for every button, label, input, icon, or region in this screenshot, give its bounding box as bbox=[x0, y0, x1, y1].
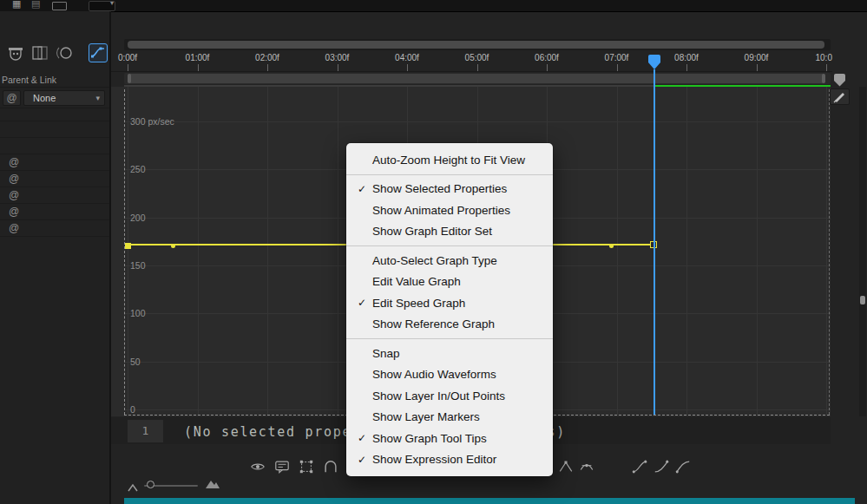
pick-whip-icon[interactable]: @ bbox=[3, 90, 21, 106]
y-axis-label: 150 bbox=[130, 260, 146, 271]
checkmark-icon: ✓ bbox=[354, 183, 370, 195]
pick-whip-icon[interactable]: @ bbox=[9, 204, 23, 219]
ruler-label: 09:00f bbox=[745, 53, 769, 62]
menu-item-edit-value-graph[interactable]: Edit Value Graph bbox=[346, 272, 553, 293]
divider bbox=[0, 108, 109, 108]
graph-editor-context-menu: Auto-Zoom Height to Fit View✓Show Select… bbox=[346, 143, 553, 476]
toolbar-box-icon[interactable] bbox=[52, 2, 67, 10]
motion-blur-icon[interactable] bbox=[56, 44, 73, 62]
work-area-start-handle[interactable] bbox=[128, 74, 131, 83]
ruler-label: 01:00f bbox=[186, 53, 210, 62]
parent-link-header: Parent & Link bbox=[2, 75, 106, 86]
graph-left-boundary bbox=[124, 89, 125, 415]
easy-ease-icon[interactable] bbox=[632, 459, 647, 475]
menu-item-edit-speed-graph[interactable]: ✓Edit Speed Graph bbox=[346, 292, 553, 314]
menu-item-label: Show Reference Graph bbox=[372, 317, 495, 331]
work-area-end-handle[interactable] bbox=[822, 74, 825, 83]
y-axis-label: 300 px/sec bbox=[130, 116, 174, 127]
menu-item-show-animated-properties[interactable]: Show Animated Properties bbox=[346, 200, 553, 221]
menu-item-label: Show Selected Properties bbox=[372, 182, 507, 195]
quill-icon bbox=[831, 89, 849, 104]
snap-icon[interactable] bbox=[323, 459, 338, 475]
easy-ease-out-icon[interactable] bbox=[675, 459, 691, 475]
y-axis-label: 50 bbox=[130, 357, 141, 367]
ruler-label: 03:00f bbox=[325, 53, 350, 62]
menu-item-show-reference-graph[interactable]: Show Reference Graph bbox=[346, 314, 553, 336]
pick-whip-icon[interactable]: @ bbox=[9, 154, 23, 170]
ruler-tick bbox=[617, 64, 618, 71]
choose-graph-type-icon[interactable] bbox=[274, 459, 290, 475]
menu-item-show-audio-waveforms[interactable]: Show Audio Waveforms bbox=[346, 364, 553, 386]
menu-item-show-graph-tool-tips[interactable]: ✓Show Graph Tool Tips bbox=[346, 428, 553, 449]
influence-handle[interactable] bbox=[171, 244, 175, 248]
grid-line-vertical bbox=[686, 87, 687, 415]
pick-whip-icon[interactable]: @ bbox=[9, 187, 23, 203]
ruler-tick bbox=[547, 64, 548, 71]
cropped-top-toolbar: ▦ ▤ ▾ bbox=[0, 0, 867, 12]
menu-item-show-expression-editor[interactable]: ✓Show Expression Editor bbox=[346, 449, 553, 471]
menu-item-label: Show Audio Waveforms bbox=[372, 368, 496, 381]
grid-line-vertical bbox=[338, 87, 338, 415]
keyframe[interactable] bbox=[125, 243, 131, 249]
grid-view-icon[interactable]: ▦ bbox=[12, 0, 21, 10]
easy-ease-in-icon[interactable] bbox=[654, 459, 669, 475]
y-axis-label: 200 bbox=[130, 213, 146, 223]
ruler-tick bbox=[407, 64, 408, 71]
grid-line-horizontal bbox=[124, 121, 831, 122]
menu-separator bbox=[346, 338, 553, 339]
parent-dropdown[interactable]: None ▾ bbox=[23, 90, 105, 106]
divider bbox=[0, 87, 109, 88]
menu-item-label: Show Animated Properties bbox=[372, 204, 510, 217]
menu-item-auto-select-graph-type[interactable]: Auto-Select Graph Type bbox=[346, 250, 553, 272]
graph-editor-button[interactable] bbox=[89, 43, 108, 62]
chevron-down-icon: ▾ bbox=[110, 0, 114, 7]
zoom-slider-handle[interactable] bbox=[147, 481, 154, 488]
grid-line-vertical bbox=[757, 87, 758, 415]
choose-properties-icon[interactable] bbox=[250, 459, 266, 475]
vertical-scrollbar[interactable] bbox=[859, 87, 866, 416]
timeline-scrollbar-handle[interactable] bbox=[128, 41, 824, 49]
pick-whip-icon[interactable]: @ bbox=[9, 220, 23, 236]
menu-item-label: Show Layer In/Out Points bbox=[372, 389, 505, 403]
ruler-label: 06:00f bbox=[535, 53, 559, 62]
menu-item-snap[interactable]: Snap bbox=[346, 343, 553, 364]
comp-marker-bin-icon[interactable] bbox=[833, 73, 846, 90]
shy-icon[interactable] bbox=[7, 44, 24, 62]
row-divider bbox=[0, 137, 109, 138]
show-transform-box-icon[interactable] bbox=[299, 459, 314, 475]
menu-item-show-selected-properties[interactable]: ✓Show Selected Properties bbox=[346, 179, 553, 200]
zoom-in-icon[interactable] bbox=[205, 477, 220, 493]
time-ruler[interactable]: 0:00f01:00f02:00f03:00f04:00f05:00f06:00… bbox=[111, 50, 832, 71]
row-divider bbox=[0, 121, 109, 121]
menu-item-label: Auto-Zoom Height to Fit View bbox=[372, 154, 525, 167]
teal-scrollbar[interactable] bbox=[124, 498, 855, 504]
checkmark-icon: ✓ bbox=[354, 454, 370, 466]
grid-line-vertical bbox=[826, 87, 827, 415]
work-area-bar[interactable] bbox=[128, 74, 825, 83]
ruler-label: 04:00f bbox=[395, 53, 419, 62]
ruler-tick bbox=[338, 64, 338, 71]
ruler-tick bbox=[826, 64, 827, 71]
pick-whip-icon[interactable]: @ bbox=[9, 171, 23, 187]
zoom-out-icon[interactable] bbox=[128, 480, 138, 495]
frame-blend-icon[interactable] bbox=[31, 44, 49, 62]
grid-line-vertical bbox=[128, 87, 128, 415]
comp-button[interactable] bbox=[830, 88, 850, 105]
playhead-handle[interactable] bbox=[647, 54, 662, 75]
panel-resize-grip[interactable] bbox=[860, 296, 865, 304]
menu-item-show-layer-markers[interactable]: Show Layer Markers bbox=[346, 407, 553, 429]
menu-item-show-layer-in-out-points[interactable]: Show Layer In/Out Points bbox=[346, 385, 553, 407]
influence-handle[interactable] bbox=[609, 244, 614, 248]
checkmark-icon: ✓ bbox=[354, 297, 370, 309]
list-view-icon[interactable]: ▤ bbox=[31, 0, 40, 10]
convert-to-auto-bezier-icon[interactable] bbox=[579, 459, 594, 475]
menu-item-label: Edit Value Graph bbox=[372, 275, 461, 288]
grid-line-vertical bbox=[267, 87, 268, 415]
graph-editor-icon bbox=[89, 44, 107, 62]
ruler-label: 08:00f bbox=[674, 53, 699, 62]
cropped-dropdown[interactable]: ▾ bbox=[89, 1, 115, 11]
chevron-down-icon: ▾ bbox=[95, 91, 100, 105]
convert-to-linear-icon[interactable] bbox=[558, 459, 574, 475]
menu-item-show-graph-editor-set[interactable]: Show Graph Editor Set bbox=[346, 221, 553, 243]
menu-item-auto-zoom-height-to-fit-view[interactable]: Auto-Zoom Height to Fit View bbox=[346, 149, 553, 171]
